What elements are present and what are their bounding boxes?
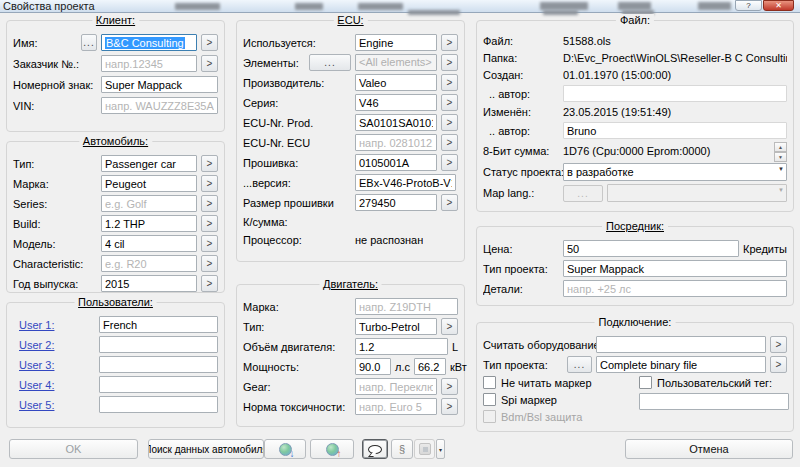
chevron-right-button[interactable]: > <box>441 54 458 71</box>
checksum-spinner[interactable]: ▲ ▼ <box>774 142 787 160</box>
project-type-label: Тип проекта: <box>483 263 563 275</box>
bdm-bsl-label: Bdm/Bsl защита <box>501 411 582 423</box>
user1-link[interactable]: User 1: <box>19 319 54 331</box>
download-from-web-button[interactable]: ↓ <box>264 439 306 459</box>
engine-power-kw-input[interactable] <box>414 358 446 375</box>
car-brand-input[interactable] <box>101 175 197 192</box>
customer-no-input[interactable] <box>101 55 197 72</box>
elements-ellipsis-button[interactable]: ... <box>309 54 351 71</box>
chevron-right-button[interactable]: > <box>201 155 218 172</box>
ecu-nr-ecu-input[interactable] <box>355 134 437 151</box>
read-hardware-input[interactable] <box>596 336 766 353</box>
car-build-input[interactable] <box>101 215 197 232</box>
user3-input[interactable] <box>99 356 218 373</box>
chevron-right-button[interactable]: > <box>441 194 458 211</box>
details-label: Детали: <box>483 283 563 295</box>
close-button[interactable]: ✕ <box>763 0 794 11</box>
plate-input[interactable] <box>101 76 218 93</box>
chevron-right-button[interactable]: > <box>201 235 218 252</box>
ecu-manufacturer-input[interactable] <box>355 74 437 91</box>
chevron-right-button[interactable]: > <box>201 175 218 192</box>
client-name-input[interactable]: B&C Consulting <box>101 34 197 51</box>
engine-displacement-input[interactable] <box>355 338 448 355</box>
name-ellipsis-button[interactable]: ... <box>81 34 97 51</box>
ecu-nr-prod-input[interactable] <box>355 114 437 131</box>
user-tag-checkbox[interactable] <box>639 376 652 389</box>
chevron-right-button[interactable]: > <box>441 34 458 51</box>
chevron-right-button[interactable]: > <box>201 275 218 292</box>
conn-type-ellipsis-button[interactable]: ... <box>567 356 592 373</box>
conn-project-type-input[interactable] <box>596 356 766 373</box>
car-type-input[interactable] <box>101 155 197 172</box>
chevron-right-button[interactable]: > <box>201 255 218 272</box>
engine-brand-input[interactable] <box>355 298 458 315</box>
help-button[interactable]: ? <box>735 0 762 11</box>
ecu-series-label: Серия: <box>243 97 355 109</box>
engine-type-input[interactable] <box>355 318 437 335</box>
car-characteristic-input[interactable] <box>101 255 197 272</box>
legal-button[interactable]: § <box>391 439 413 459</box>
created-author-input[interactable] <box>563 85 787 102</box>
chevron-right-button[interactable]: > <box>441 398 458 415</box>
details-input[interactable] <box>563 280 787 297</box>
user2-input[interactable] <box>99 336 218 353</box>
user4-input[interactable] <box>99 376 218 393</box>
chevron-right-button[interactable]: > <box>441 114 458 131</box>
chevron-right-button[interactable]: > <box>201 195 218 212</box>
connection-groupbox: Подключение: Считать оборудование: > Тип… <box>476 322 794 432</box>
file-name-value: 51588.ols <box>563 35 611 47</box>
engine-emission-input[interactable] <box>355 398 437 415</box>
engine-power-hp-input[interactable] <box>355 358 391 375</box>
user5-link[interactable]: User 5: <box>19 399 54 411</box>
car-build-label: Build: <box>13 218 101 230</box>
car-series-input[interactable] <box>101 195 197 212</box>
project-type-input[interactable] <box>563 260 787 277</box>
ecu-size-input[interactable] <box>355 194 437 211</box>
project-status-select[interactable]: в разработке ▼ <box>563 163 787 181</box>
chevron-right-button[interactable]: > <box>770 336 787 353</box>
chevron-right-button[interactable]: > <box>441 154 458 171</box>
ecu-firmware-input[interactable] <box>355 154 437 171</box>
chevron-right-button[interactable]: > <box>441 94 458 111</box>
chevron-down-icon: ▼ <box>778 166 784 172</box>
spi-marker-checkbox[interactable] <box>483 393 496 406</box>
cancel-button[interactable]: Отмена <box>625 439 793 459</box>
chevron-right-button[interactable]: > <box>201 215 218 232</box>
ecu-version-input[interactable] <box>355 174 456 191</box>
user2-link[interactable]: User 2: <box>19 339 54 351</box>
ecu-used-input[interactable] <box>355 34 437 51</box>
spinner-up-icon[interactable]: ▲ <box>774 142 787 152</box>
chevron-right-button[interactable]: > <box>201 55 218 72</box>
comment-button[interactable] <box>362 439 388 459</box>
car-model-input[interactable] <box>101 235 197 252</box>
price-input[interactable] <box>563 240 739 257</box>
user5-input[interactable] <box>99 396 218 413</box>
more-options-button[interactable]: ▾ <box>436 439 445 459</box>
vin-input[interactable] <box>101 97 218 114</box>
chevron-right-icon: > <box>207 278 213 289</box>
close-icon: ✕ <box>775 2 782 10</box>
chevron-right-button[interactable]: > <box>441 378 458 395</box>
modified-author-input[interactable] <box>563 122 787 139</box>
user3-link[interactable]: User 3: <box>19 359 54 371</box>
chevron-right-button[interactable]: > <box>441 318 458 335</box>
upload-to-web-button[interactable]: ↑ <box>310 439 354 459</box>
chevron-right-icon: > <box>207 198 213 209</box>
ellipsis-icon: ... <box>324 57 335 68</box>
chevron-right-button[interactable]: > <box>201 34 218 51</box>
no-marker-checkbox[interactable] <box>483 376 496 389</box>
ecu-series-input[interactable] <box>355 94 437 111</box>
chevron-right-button[interactable]: > <box>441 134 458 151</box>
chevron-right-button[interactable]: > <box>441 74 458 91</box>
user4-link[interactable]: User 4: <box>19 379 54 391</box>
search-car-data-button[interactable]: Поиск данных автомобиля <box>148 439 264 459</box>
chevron-right-button[interactable]: > <box>770 356 787 373</box>
ok-button[interactable]: OK <box>9 439 138 459</box>
maplang-select: ▼ <box>607 184 787 202</box>
user1-input[interactable] <box>99 316 218 333</box>
paragraph-icon: § <box>399 443 405 455</box>
car-year-input[interactable] <box>101 275 197 292</box>
spinner-down-icon[interactable]: ▼ <box>774 152 787 162</box>
engine-gear-input[interactable] <box>355 378 437 395</box>
user-tag-input[interactable] <box>639 393 789 410</box>
